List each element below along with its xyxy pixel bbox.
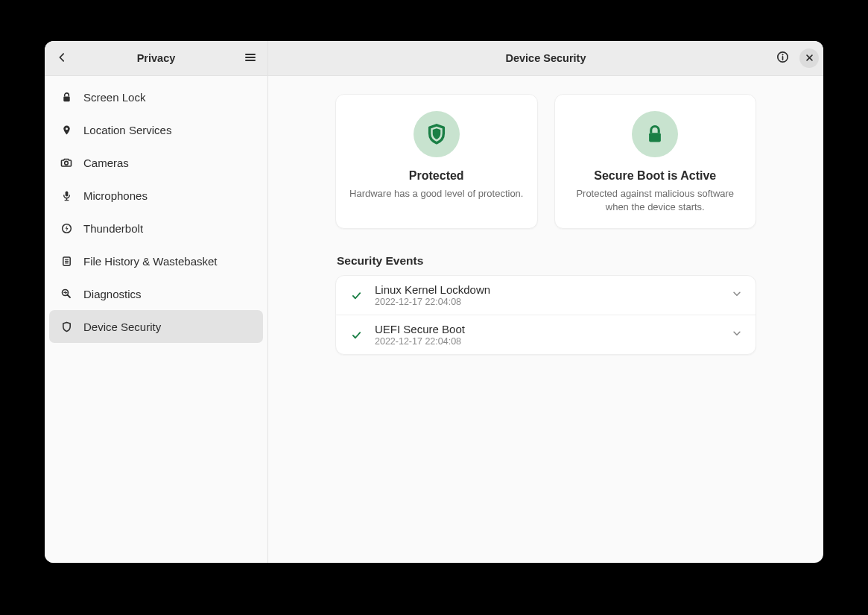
status-card-secure-boot: Secure Boot is Active Protected against …	[554, 94, 757, 229]
sidebar-item-label: Device Security	[83, 321, 161, 333]
sidebar-item-label: Diagnostics	[83, 288, 142, 300]
status-card-title: Protected	[349, 169, 524, 183]
back-button[interactable]	[49, 45, 75, 71]
security-event-row[interactable]: Linux Kernel Lockdown 2022-12-17 22:04:0…	[336, 276, 755, 315]
chevron-left-icon	[57, 52, 67, 65]
lock-icon	[632, 111, 678, 157]
chevron-down-icon	[732, 328, 742, 341]
headerbar-content-section: Device Security	[268, 41, 823, 75]
chevron-down-icon	[732, 288, 742, 302]
microphone-icon	[60, 189, 73, 202]
security-events-heading: Security Events	[335, 254, 756, 268]
lock-icon	[60, 90, 73, 104]
sidebar-item-thunderbolt[interactable]: Thunderbolt	[49, 212, 263, 245]
check-icon	[349, 290, 363, 301]
camera-icon	[60, 156, 73, 169]
security-events-list: Linux Kernel Lockdown 2022-12-17 22:04:0…	[335, 275, 756, 355]
shield-icon	[60, 320, 73, 333]
check-icon	[349, 329, 363, 341]
settings-window: Privacy Device Security	[45, 41, 823, 563]
hamburger-menu-button[interactable]	[238, 45, 263, 71]
info-button[interactable]	[770, 45, 795, 71]
thunderbolt-icon	[60, 221, 73, 235]
sidebar-item-label: File History & Wastebasket	[83, 255, 218, 268]
sidebar-item-device-security[interactable]: Device Security	[49, 310, 263, 343]
status-card-title: Secure Boot is Active	[568, 169, 743, 183]
svg-point-1	[782, 54, 783, 55]
status-cards: Protected Hardware has a good level of p…	[335, 94, 756, 229]
diagnostics-icon	[60, 287, 73, 300]
status-card-subtitle: Protected against malicious software whe…	[568, 187, 743, 213]
sidebar-item-screen-lock[interactable]: Screen Lock	[49, 81, 263, 113]
status-card-subtitle: Hardware has a good level of protection.	[349, 187, 524, 201]
security-event-timestamp: 2022-12-17 22:04:08	[375, 336, 720, 347]
headerbar-sidebar-section: Privacy	[45, 41, 268, 75]
security-event-title: UEFI Secure Boot	[375, 323, 720, 335]
page-title: Device Security	[505, 52, 586, 64]
file-history-icon	[60, 254, 73, 268]
location-icon	[60, 123, 73, 136]
sidebar-item-label: Microphones	[83, 189, 148, 202]
sidebar: Screen Lock Location Services Cameras Mi…	[45, 76, 268, 563]
sidebar-item-label: Cameras	[83, 157, 129, 169]
svg-point-3	[66, 127, 68, 130]
close-icon	[805, 53, 814, 64]
security-event-row[interactable]: UEFI Secure Boot 2022-12-17 22:04:08	[336, 315, 755, 354]
sidebar-item-microphones[interactable]: Microphones	[49, 179, 263, 212]
sidebar-item-diagnostics[interactable]: Diagnostics	[49, 277, 263, 310]
sidebar-item-label: Thunderbolt	[83, 222, 143, 235]
svg-rect-2	[63, 96, 69, 101]
hamburger-icon	[244, 51, 256, 66]
sidebar-title: Privacy	[137, 52, 176, 64]
sidebar-item-label: Screen Lock	[83, 91, 145, 104]
headerbar: Privacy Device Security	[45, 41, 823, 76]
shield-icon	[414, 111, 460, 157]
info-icon	[776, 51, 789, 66]
sidebar-item-cameras[interactable]: Cameras	[49, 146, 263, 179]
status-card-protected: Protected Hardware has a good level of p…	[335, 94, 538, 229]
sidebar-item-location-services[interactable]: Location Services	[49, 113, 263, 146]
security-event-timestamp: 2022-12-17 22:04:08	[375, 297, 720, 307]
svg-point-4	[65, 161, 69, 165]
security-event-title: Linux Kernel Lockdown	[375, 283, 720, 296]
sidebar-item-label: Location Services	[83, 124, 171, 136]
security-event-text: Linux Kernel Lockdown 2022-12-17 22:04:0…	[375, 283, 720, 307]
security-event-text: UEFI Secure Boot 2022-12-17 22:04:08	[375, 323, 720, 347]
svg-rect-5	[65, 191, 68, 196]
svg-rect-9	[649, 133, 661, 142]
sidebar-item-file-history[interactable]: File History & Wastebasket	[49, 245, 263, 277]
window-body: Screen Lock Location Services Cameras Mi…	[45, 76, 823, 563]
close-button[interactable]	[799, 48, 819, 68]
content: Protected Hardware has a good level of p…	[268, 76, 823, 563]
